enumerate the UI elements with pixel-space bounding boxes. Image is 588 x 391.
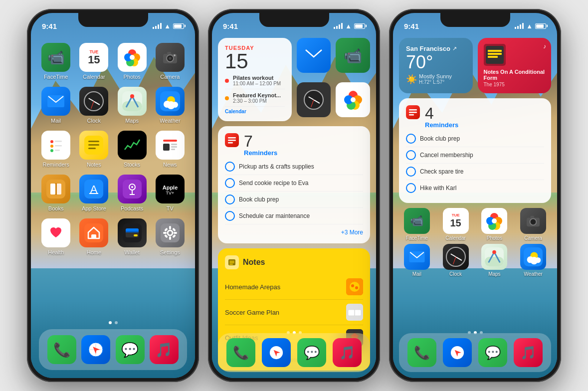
app-stocks-1[interactable]: Stocks [115,131,149,168]
svg-point-115 [492,218,497,223]
svg-rect-10 [167,52,171,54]
reminders-count-2: 7 [244,133,277,149]
svg-rect-57 [91,234,96,238]
app-weather-1[interactable]: Weather [153,87,187,124]
svg-rect-66 [169,236,171,240]
dock-music-2[interactable]: 🎵 [333,338,362,367]
dock-messages-3[interactable]: 💬 [478,338,507,367]
svg-rect-65 [169,226,171,229]
rem3-item-2: Cancel membership [406,147,544,164]
svg-rect-104 [488,50,502,52]
reminder-item-2: Send cookie recipe to Eva [225,175,363,192]
svg-point-94 [350,282,360,292]
svg-rect-68 [174,232,177,234]
dock-safari-2[interactable] [262,338,291,367]
svg-rect-119 [531,216,534,218]
app-notes-1[interactable]: Notes [77,131,111,168]
app-mail-1[interactable]: Mail [39,87,73,124]
app3-weather[interactable]: Weather [515,244,551,277]
svg-rect-34 [163,140,177,142]
app3-facetime[interactable]: 📹 FaceTime [399,208,435,241]
weather-city-3: San Francisco [406,45,450,52]
app-settings-1[interactable]: Settings [153,218,187,255]
battery-icon-3 [535,23,546,29]
app-calendar-1[interactable]: TUE 15 Calendar [77,43,111,80]
dock-phone-2[interactable]: 📞 [226,338,255,367]
dock-music-1[interactable]: 🎵 [150,335,179,364]
app-news-1[interactable]: News [153,131,187,168]
status-time-2: 9:41 [223,22,238,30]
app-books-1[interactable]: Books [39,175,73,211]
dock-music-3[interactable]: 🎵 [514,338,543,367]
cal-event-title-2: Featured Keynot... [233,92,281,98]
svg-rect-105 [488,53,502,55]
dock-messages-2[interactable]: 💬 [297,338,326,367]
svg-rect-29 [88,141,99,142]
app-photos-1[interactable]: Photos [115,43,149,80]
note-item-2[interactable]: Soccer Game Plan [225,300,363,325]
app3-photos[interactable]: Photos [477,208,513,241]
reminders-widget-3[interactable]: 4 Reminders Book club prep Cancel member… [399,98,551,203]
widget-mail-2[interactable] [297,38,331,73]
dock-phone-1[interactable]: 📞 [47,335,76,364]
dock-messages-1[interactable]: 💬 [116,335,145,364]
notch-1 [78,13,148,27]
cal-event-2: Featured Keynot... 2:30 – 3:00 PM [225,92,285,107]
app-podcasts-1[interactable]: Podcasts [115,175,149,211]
svg-point-128 [535,257,541,263]
svg-point-24 [50,149,53,152]
svg-rect-92 [229,264,233,265]
svg-point-118 [531,219,535,224]
svg-rect-35 [163,144,170,151]
status-time-3: 9:41 [404,22,419,30]
svg-rect-106 [488,56,498,58]
cal-event-time-1: 11:00 AM – 12:00 PM [233,81,281,86]
status-icons-1: ▲ [153,22,184,30]
app-appletv-1[interactable]: Apple TV+ TV [153,175,187,211]
svg-point-23 [50,145,53,148]
app-appstore-1[interactable]: A App Store [77,175,111,211]
dock-safari-1[interactable] [81,335,110,364]
svg-text:TV+: TV+ [166,191,174,196]
app3-camera[interactable]: Camera [515,208,551,241]
reminders-label-3: Reminders [425,121,458,129]
app-health-1[interactable]: Health [39,218,73,255]
widget-clock-2[interactable] [297,82,331,117]
cal-event-1: Pilates workout 11:00 AM – 12:00 PM [225,75,285,89]
page-dots-1 [31,321,195,324]
dock-phone-3[interactable]: 📞 [407,338,436,367]
app3-maps[interactable]: Maps [477,244,513,277]
weather-temp-3: 70° [406,53,466,71]
dock-safari-3[interactable] [443,338,472,367]
weather-widget-3[interactable]: San Francisco ↗ 70° ☀️ Mostly Sunny H:72… [399,38,473,93]
widget-facetime-2[interactable]: 📹 [336,38,370,73]
svg-rect-107 [409,109,417,111]
reminders-widget-2[interactable]: 7 Reminders Pickup arts & crafts supplie… [218,126,370,243]
app-wallet-1[interactable]: Wallet [115,218,149,255]
app3-clock[interactable]: Clock [438,244,474,277]
app-facetime-1[interactable]: 📹 FaceTime [39,43,73,80]
svg-rect-41 [56,184,61,195]
app-maps-1[interactable]: Maps [115,87,149,124]
svg-rect-46 [123,180,142,198]
calendar-widget-2[interactable]: Tuesday 15 Pilates workout 11:00 AM – 12… [218,38,292,121]
app3-mail[interactable]: Mail [399,244,435,277]
reminders-count-3: 4 [425,105,458,121]
app-home-1[interactable]: Home [77,218,111,255]
app-camera-1[interactable]: Camera [153,43,187,80]
music-widget-3[interactable]: ♪ Notes On A Conditional Form The 1975 [478,38,552,93]
app-clock-1[interactable]: Clock [77,87,111,124]
music-album-3 [484,44,506,66]
svg-text:Apple: Apple [163,185,178,191]
svg-rect-109 [409,114,414,116]
phone-1: 9:41 ▲ 📹 FaceTime TUE 1 [27,9,199,382]
rem-list-icon-3 [406,105,420,119]
svg-rect-26 [55,145,62,147]
note-thumb-soccer-2 [346,304,363,321]
app3-calendar[interactable]: TUE 15 Calendar [438,208,474,241]
widget-photos-2[interactable] [336,82,370,117]
note-item-1[interactable]: Homemade Arepas [225,274,363,300]
status-icons-2: ▲ [334,22,365,30]
app-reminders-1[interactable]: Reminders [39,131,73,168]
app-grid-1: 📹 FaceTime TUE 15 Calendar [39,43,187,255]
